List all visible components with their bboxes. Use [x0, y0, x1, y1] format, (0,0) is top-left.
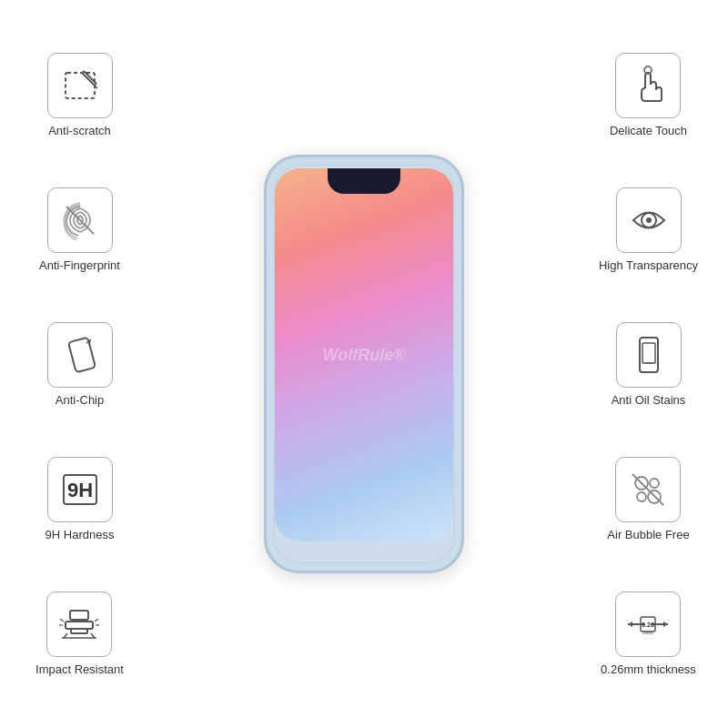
9h-hardness-label: 9H Hardness — [46, 528, 115, 541]
phone-body: WolfRule® — [264, 155, 464, 573]
feature-anti-oil: Anti Oil Stains — [612, 322, 686, 407]
scratch-icon — [58, 64, 102, 107]
svg-rect-13 — [70, 611, 88, 620]
thickness-icon-box: 0.26 MM — [615, 592, 681, 657]
svg-point-25 — [646, 217, 652, 223]
watermark: WolfRule® — [323, 346, 406, 365]
svg-line-19 — [60, 619, 64, 622]
air-bubble-label: Air Bubble Free — [607, 528, 689, 541]
high-transparency-icon-box — [616, 187, 682, 253]
chip-icon — [59, 334, 101, 376]
thickness-label: 0.26mm thickness — [601, 662, 696, 676]
feature-anti-chip: Anti-Chip — [47, 322, 113, 407]
svg-text:9H: 9H — [66, 479, 92, 501]
svg-rect-9 — [67, 337, 95, 372]
thickness-icon: 0.26 MM — [624, 601, 672, 648]
features-right: Delicate Touch High Transparency — [578, 0, 719, 728]
high-transparency-label: High Transparency — [599, 258, 698, 272]
svg-point-32 — [637, 492, 646, 501]
anti-chip-label: Anti-Chip — [56, 393, 104, 407]
svg-point-31 — [650, 479, 659, 488]
features-left: Anti-scratch Anti-Fingerprint — [9, 0, 150, 728]
svg-rect-15 — [71, 629, 87, 633]
fingerprint-icon — [57, 197, 103, 243]
bubbles-icon — [625, 467, 671, 512]
feature-anti-scratch: Anti-scratch — [47, 53, 113, 137]
9h-icon-box: 9H — [47, 457, 113, 522]
eye-icon — [626, 197, 672, 243]
delicate-touch-label: Delicate Touch — [610, 124, 687, 137]
svg-marker-36 — [628, 622, 632, 627]
anti-chip-icon-box — [47, 322, 113, 388]
delicate-touch-icon-box — [615, 53, 681, 118]
anti-oil-icon-box — [616, 322, 682, 388]
feature-anti-fingerprint: Anti-Fingerprint — [39, 187, 120, 272]
anti-fingerprint-label: Anti-Fingerprint — [39, 258, 120, 272]
svg-text:MM: MM — [643, 630, 652, 635]
svg-rect-12 — [66, 622, 93, 629]
anti-fingerprint-icon-box — [47, 187, 113, 253]
svg-line-34 — [632, 474, 663, 505]
svg-text:0.26: 0.26 — [642, 622, 655, 628]
feature-9h-hardness: 9H 9H Hardness — [46, 457, 115, 541]
9h-text-icon: 9H — [58, 468, 102, 511]
anti-scratch-icon-box — [47, 53, 113, 118]
phone-center: WolfRule® — [264, 155, 464, 573]
main-container: Anti-scratch Anti-Fingerprint — [0, 0, 728, 728]
svg-marker-38 — [663, 622, 668, 627]
anti-scratch-label: Anti-scratch — [48, 124, 111, 137]
feature-high-transparency: High Transparency — [599, 187, 698, 272]
phone-notch — [328, 168, 400, 194]
impact-icon — [56, 602, 102, 647]
feature-impact-resistant: Impact Resistant — [35, 592, 124, 676]
feature-air-bubble: Air Bubble Free — [607, 457, 689, 541]
touch-icon — [625, 63, 671, 108]
air-bubble-icon-box — [615, 457, 681, 522]
svg-line-20 — [95, 619, 98, 622]
svg-rect-27 — [642, 343, 655, 363]
impact-resistant-label: Impact Resistant — [35, 662, 124, 676]
feature-delicate-touch: Delicate Touch — [610, 53, 687, 137]
anti-oil-label: Anti Oil Stains — [612, 393, 686, 407]
impact-icon-box — [46, 592, 112, 657]
phone-shield-icon — [628, 334, 670, 376]
feature-thickness: 0.26 MM 0.26mm thickness — [601, 592, 696, 676]
